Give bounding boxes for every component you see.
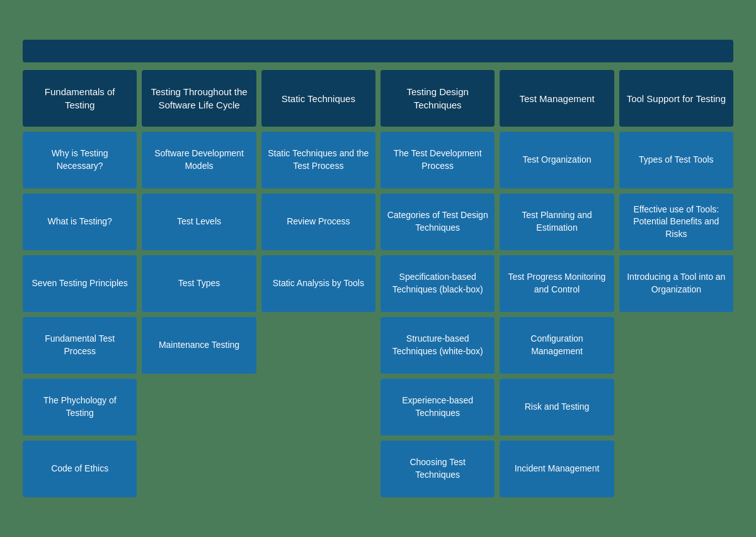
- topic-cell-r2-c2[interactable]: Review Process: [261, 193, 375, 250]
- topic-cell-r3-c4[interactable]: Test Progress Monitoring and Control: [500, 255, 614, 312]
- topic-cell-r1-c0[interactable]: Why is Testing Necessary?: [23, 132, 137, 188]
- main-container: Fundamentals of TestingTesting Throughou…: [13, 30, 743, 507]
- header-cell-col2[interactable]: Static Techniques: [261, 70, 375, 127]
- header-cell-col3[interactable]: Testing Design Techniques: [381, 70, 495, 127]
- topic-cell-r2-c0[interactable]: What is Testing?: [23, 193, 137, 250]
- topic-cell-r3-c5[interactable]: Introducing a Tool into an Organization: [619, 255, 733, 312]
- header-cell-col0[interactable]: Fundamentals of Testing: [23, 70, 137, 127]
- header-cell-col4[interactable]: Test Management: [500, 70, 614, 127]
- topic-cell-r1-c5[interactable]: Types of Test Tools: [619, 132, 733, 188]
- topic-cell-r5-c0[interactable]: The Phychology of Testing: [23, 379, 137, 436]
- topic-cell-r6-c0[interactable]: Code of Ethics: [23, 441, 137, 497]
- page-title: [23, 40, 733, 62]
- empty-cell-r5-c1: [142, 379, 256, 436]
- empty-cell-r5-c2: [261, 379, 375, 436]
- topic-cell-r5-c4[interactable]: Risk and Testing: [500, 379, 614, 436]
- topic-cell-r6-c4[interactable]: Incident Management: [500, 441, 614, 497]
- topic-cell-r4-c4[interactable]: Configuration Management: [500, 317, 614, 374]
- topic-cell-r6-c3[interactable]: Choosing Test Techniques: [381, 441, 495, 497]
- topic-cell-r2-c1[interactable]: Test Levels: [142, 193, 256, 250]
- empty-cell-r6-c1: [142, 441, 256, 497]
- topic-cell-r2-c5[interactable]: Effective use of Tools: Potential Benefi…: [619, 193, 733, 250]
- empty-cell-r6-c5: [619, 441, 733, 497]
- topic-cell-r2-c4[interactable]: Test Planning and Estimation: [500, 193, 614, 250]
- topic-cell-r3-c2[interactable]: Static Analysis by Tools: [261, 255, 375, 312]
- topic-cell-r5-c3[interactable]: Experience-based Techniques: [381, 379, 495, 436]
- topic-cell-r1-c1[interactable]: Software Development Models: [142, 132, 256, 188]
- topic-cell-r4-c0[interactable]: Fundamental Test Process: [23, 317, 137, 374]
- empty-cell-r4-c2: [261, 317, 375, 374]
- topic-cell-r4-c3[interactable]: Structure-based Techniques (white-box): [381, 317, 495, 374]
- empty-cell-r5-c5: [619, 379, 733, 436]
- topic-cell-r4-c1[interactable]: Maintenance Testing: [142, 317, 256, 374]
- topic-cell-r3-c3[interactable]: Specification-based Techniques (black-bo…: [381, 255, 495, 312]
- header-cell-col1[interactable]: Testing Throughout the Software Life Cyc…: [142, 70, 256, 127]
- topics-grid: Fundamentals of TestingTesting Throughou…: [23, 70, 733, 497]
- header-cell-col5[interactable]: Tool Support for Testing: [619, 70, 733, 127]
- topic-cell-r3-c1[interactable]: Test Types: [142, 255, 256, 312]
- topic-cell-r1-c4[interactable]: Test Organization: [500, 132, 614, 188]
- topic-cell-r2-c3[interactable]: Categories of Test Design Techniques: [381, 193, 495, 250]
- topic-cell-r1-c3[interactable]: The Test Development Process: [381, 132, 495, 188]
- empty-cell-r6-c2: [261, 441, 375, 497]
- topic-cell-r3-c0[interactable]: Seven Testing Principles: [23, 255, 137, 312]
- empty-cell-r4-c5: [619, 317, 733, 374]
- topic-cell-r1-c2[interactable]: Static Techniques and the Test Process: [261, 132, 375, 188]
